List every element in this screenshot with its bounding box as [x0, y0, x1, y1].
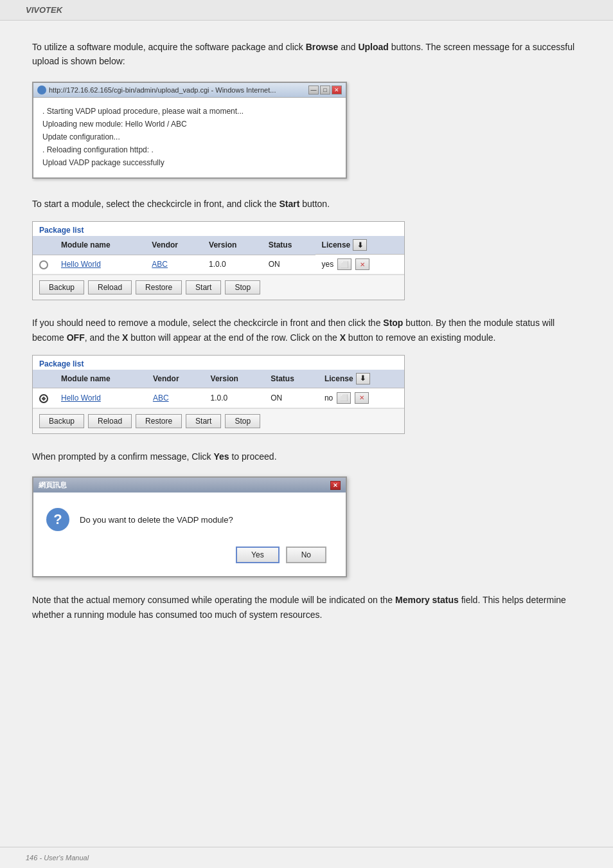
col-vendor-1: Vendor — [145, 236, 202, 255]
col-license-1: License ⬇ — [315, 236, 404, 255]
row1-vendor-2[interactable]: ABC — [147, 388, 204, 408]
start-btn-1[interactable]: Start — [186, 280, 221, 294]
reload-btn-1[interactable]: Reload — [88, 280, 132, 294]
col-select-1 — [33, 236, 55, 255]
package-table-2: Module name Vendor Version Status Licens… — [33, 370, 404, 408]
package-list-2-title: Package list — [33, 356, 404, 370]
row1-license-2: no ⬜ ✕ — [318, 388, 404, 408]
brand-label: VIVOTEK — [26, 5, 62, 15]
dialog-container: 網頁訊息 ✕ ? Do you want to delete the VADP … — [32, 476, 347, 577]
section1-text: To start a module, select the checkcircl… — [32, 197, 581, 211]
browser-line-4: . Reloading configuration httpd: . — [42, 144, 337, 156]
backup-btn-2[interactable]: Backup — [39, 414, 84, 428]
table-header-row-2: Module name Vendor Version Status Licens… — [33, 370, 404, 388]
stop-btn-1[interactable]: Stop — [225, 280, 260, 294]
browser-icon — [37, 86, 46, 95]
row1-select-2[interactable] — [33, 388, 55, 408]
x-icon-1[interactable]: ✕ — [355, 258, 369, 270]
dialog-titlebar: 網頁訊息 ✕ — [33, 478, 346, 493]
footer: 146 - User's Manual — [0, 847, 613, 868]
page-container: VIVOTEK To utilize a software module, ac… — [0, 0, 613, 868]
license-value-2: no — [324, 393, 333, 402]
browser-minimize-btn[interactable]: — — [308, 86, 319, 95]
col-version-2: Version — [204, 370, 265, 388]
section3-text: When prompted by a confirm message, Clic… — [32, 449, 581, 464]
row1-module-1[interactable]: Hello World — [55, 255, 145, 275]
download-icon-1[interactable]: ⬇ — [353, 239, 367, 251]
browser-restore-btn[interactable]: □ — [320, 86, 330, 95]
dialog-message-row: ? Do you want to delete the VADP module? — [46, 508, 233, 531]
browser-content: . Starting VADP upload procedure, please… — [33, 98, 346, 177]
col-status-2: Status — [264, 370, 318, 388]
row1-version-2: 1.0.0 — [204, 388, 265, 408]
download-icon-2[interactable]: ⬇ — [356, 373, 370, 384]
browser-line-1: . Starting VADP upload procedure, please… — [42, 105, 337, 117]
dialog-buttons: Yes No — [236, 547, 326, 563]
browser-controls: — □ ✕ — [308, 86, 342, 95]
col-license-2: License ⬇ — [318, 370, 404, 388]
x-icon-2[interactable]: ✕ — [355, 392, 369, 404]
footer-text: 146 - User's Manual — [26, 854, 89, 862]
row1-license-1: yes ⬜ ✕ — [315, 255, 404, 274]
col-status-1: Status — [262, 236, 315, 255]
reload-btn-2[interactable]: Reload — [88, 414, 132, 428]
module-link-2[interactable]: Hello World — [61, 393, 101, 402]
browser-line-2: Uploading new module: Hello World / ABC — [42, 118, 337, 130]
col-module-1: Module name — [55, 236, 145, 255]
vendor-link-2[interactable]: ABC — [153, 393, 169, 402]
row1-module-2[interactable]: Hello World — [55, 388, 147, 408]
module-link-1[interactable]: Hello World — [61, 260, 101, 269]
package-list-1: Package list Module name Vendor Version … — [32, 221, 405, 300]
license-value-1: yes — [322, 260, 334, 269]
buttons-row-1: Backup Reload Restore Start Stop — [33, 275, 404, 300]
package-list-2: Package list Module name Vendor Version … — [32, 355, 405, 434]
col-select-2 — [33, 370, 55, 388]
question-icon: ? — [46, 508, 69, 531]
main-content: To utilize a software module, acquire th… — [0, 21, 613, 658]
browser-window: http://172.16.62.165/cgi-bin/admin/uploa… — [32, 82, 347, 179]
vendor-link-1[interactable]: ABC — [152, 260, 168, 269]
table-row-2: Hello World ABC 1.0.0 ON no ⬜ ✕ — [33, 388, 404, 408]
monitor-icon-1[interactable]: ⬜ — [337, 258, 351, 270]
dialog-title: 網頁訊息 — [39, 480, 67, 490]
dialog-no-btn[interactable]: No — [286, 547, 326, 563]
col-version-1: Version — [202, 236, 262, 255]
intro-paragraph: To utilize a software module, acquire th… — [32, 40, 581, 69]
table-row: Hello World ABC 1.0.0 ON yes ⬜ ✕ — [33, 255, 404, 275]
row1-select-1[interactable] — [33, 255, 55, 275]
col-module-2: Module name — [55, 370, 147, 388]
row1-vendor-1[interactable]: ABC — [145, 255, 202, 275]
dialog-content: ? Do you want to delete the VADP module?… — [33, 493, 346, 576]
start-btn-2[interactable]: Start — [186, 414, 221, 428]
radio-btn-2[interactable] — [39, 394, 48, 403]
section4-text: Note that the actual memory consumed whi… — [32, 593, 581, 622]
package-list-1-title: Package list — [33, 222, 404, 236]
monitor-icon-2[interactable]: ⬜ — [337, 392, 351, 404]
row1-status-2: ON — [264, 388, 318, 408]
dialog-close-btn[interactable]: ✕ — [330, 481, 341, 490]
restore-btn-1[interactable]: Restore — [136, 280, 182, 294]
dialog-yes-btn[interactable]: Yes — [236, 547, 280, 563]
browser-line-3: Update configuration... — [42, 131, 337, 143]
dialog-message: Do you want to delete the VADP module? — [80, 515, 233, 525]
table-header-row-1: Module name Vendor Version Status Licens… — [33, 236, 404, 255]
row1-version-1: 1.0.0 — [202, 255, 262, 275]
browser-close-btn[interactable]: ✕ — [332, 86, 342, 95]
browser-titlebar: http://172.16.62.165/cgi-bin/admin/uploa… — [33, 83, 346, 98]
col-vendor-2: Vendor — [147, 370, 204, 388]
backup-btn-1[interactable]: Backup — [39, 280, 84, 294]
section2-text: If you should need to remove a module, s… — [32, 316, 581, 345]
radio-btn-1[interactable] — [39, 260, 48, 269]
browser-title-text: http://172.16.62.165/cgi-bin/admin/uploa… — [49, 86, 276, 94]
stop-btn-2[interactable]: Stop — [225, 414, 260, 428]
header: VIVOTEK — [0, 0, 613, 21]
row1-status-1: ON — [262, 255, 315, 275]
browser-line-5: Upload VADP package successfully — [42, 157, 337, 168]
restore-btn-2[interactable]: Restore — [136, 414, 182, 428]
browser-title: http://172.16.62.165/cgi-bin/admin/uploa… — [37, 86, 276, 95]
buttons-row-2: Backup Reload Restore Start Stop — [33, 408, 404, 433]
package-table-1: Module name Vendor Version Status Licens… — [33, 236, 404, 275]
